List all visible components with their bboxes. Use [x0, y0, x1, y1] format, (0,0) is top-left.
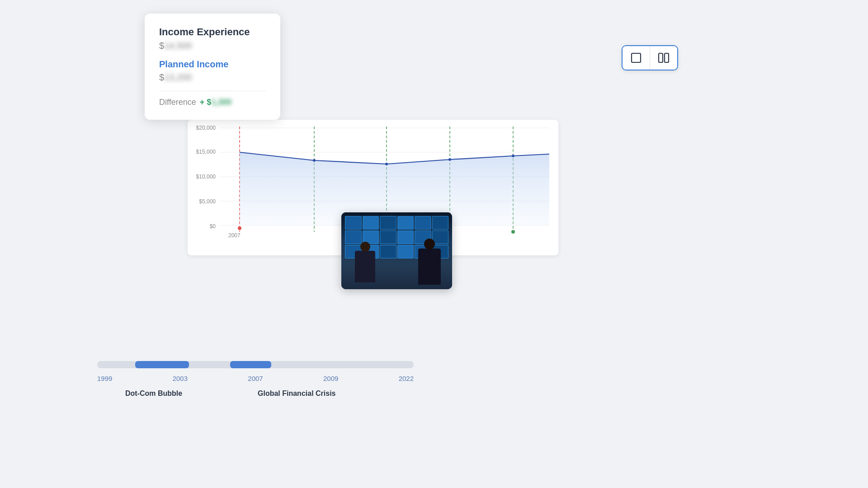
year-2003: 2003: [173, 375, 188, 382]
svg-rect-0: [632, 53, 641, 62]
difference-amount: 1,300: [211, 98, 231, 107]
amount2-value: 13,200: [164, 72, 192, 82]
timeline-track: [97, 361, 414, 368]
event-dotcom: Dot-Com Bubble: [122, 389, 185, 398]
year-1999: 1999: [97, 375, 112, 382]
info-card: Income Experience $14,500 Planned Income…: [145, 14, 280, 120]
svg-point-23: [238, 226, 241, 230]
svg-point-24: [511, 230, 515, 234]
timeline-container: 1999 2003 2007 2009 2022 Dot-Com Bubble …: [97, 361, 414, 398]
amount1-value: 14,500: [164, 41, 192, 51]
svg-text:$10,000: $10,000: [196, 174, 216, 180]
svg-point-22: [512, 155, 514, 157]
single-view-button[interactable]: [623, 46, 650, 70]
svg-rect-2: [665, 53, 669, 62]
timeline-segment-gfc: [230, 361, 271, 368]
amount1-prefix: $: [159, 41, 164, 51]
svg-text:$0: $0: [210, 223, 216, 230]
timeline-labels: 1999 2003 2007 2009 2022: [97, 375, 414, 382]
difference-sign: + $: [200, 98, 212, 107]
svg-point-21: [448, 158, 451, 161]
view-toggle[interactable]: [622, 45, 678, 70]
stock-photo: [341, 212, 452, 289]
svg-text:2007: 2007: [228, 232, 241, 239]
split-view-icon: [657, 52, 670, 64]
svg-text:$20,000: $20,000: [196, 125, 216, 131]
event-gfc: Global Financial Crisis: [258, 389, 336, 398]
svg-text:$15,000: $15,000: [196, 149, 216, 155]
svg-text:$5,000: $5,000: [199, 198, 216, 205]
amount2-prefix: $: [159, 72, 164, 82]
difference-label: Difference: [159, 98, 196, 107]
svg-point-20: [385, 163, 388, 165]
timeline-events: Dot-Com Bubble Global Financial Crisis: [97, 389, 414, 398]
trading-floor-image: [341, 212, 452, 289]
person-silhouette-2: [418, 249, 441, 285]
planned-income-amount: $13,200: [159, 72, 266, 83]
planned-income-title: Planned Income: [159, 59, 266, 70]
split-view-button[interactable]: [650, 46, 677, 70]
difference-row: Difference + $1,300: [159, 98, 266, 107]
svg-point-19: [313, 159, 316, 162]
timeline-segment-dotcom: [135, 361, 189, 368]
person-silhouette-1: [355, 251, 375, 282]
card-divider: [159, 91, 266, 91]
year-2022: 2022: [399, 375, 414, 382]
year-2007: 2007: [248, 375, 263, 382]
single-view-icon: [630, 52, 642, 64]
svg-rect-1: [659, 53, 663, 62]
income-experience-amount: $14,500: [159, 41, 266, 51]
difference-value: + $1,300: [200, 98, 232, 107]
income-experience-title: Income Experience: [159, 26, 266, 38]
year-2009: 2009: [323, 375, 338, 382]
